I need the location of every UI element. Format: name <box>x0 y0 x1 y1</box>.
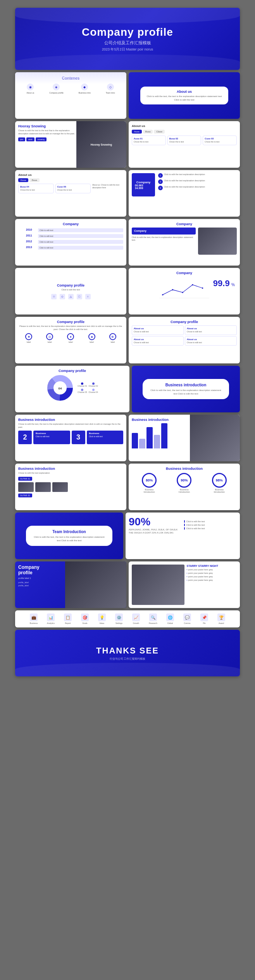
pc-card-text-2: Chose to edit text <box>187 330 235 333</box>
card-text-2: Chose the to text <box>169 141 200 143</box>
pi-icon-3: ♦ label <box>67 333 74 343</box>
starry-items: • point your paste here grey • point you… <box>187 568 237 581</box>
pi-label-1: label <box>27 341 31 343</box>
tab-ausa[interactable]: Ausa <box>132 130 142 134</box>
bar-2013: Click to edit text <box>38 246 123 250</box>
grid-label-6: Settings <box>115 622 122 624</box>
starry-item-1: • point your paste here grey <box>187 568 237 571</box>
about-cards-title: About us <box>132 124 237 128</box>
slide-row-8: Business introduction Chose to edit the … <box>15 415 240 461</box>
pi-text: Please to edit the text, the text is the… <box>18 325 123 331</box>
about-rounded-box: About us Click to edit the text, the tex… <box>140 87 228 104</box>
about-text: Click to edit the text, the text is the … <box>146 95 222 101</box>
pie-text-2: Choose 02 <box>89 385 98 387</box>
list-num-3: 3 <box>158 186 163 190</box>
building-tags: profile_label profile_label <box>18 581 65 587</box>
grid-icon-9: 🌐 Global <box>162 613 178 624</box>
tab-clase[interactable]: Clase <box>154 130 164 134</box>
pi-icon-4: ◈ label <box>88 333 95 343</box>
grid-label-9: Global <box>167 622 173 624</box>
svg-point-0 <box>162 294 163 295</box>
stat-item-3: Click to edit the text <box>184 527 237 530</box>
trending-icon: 📈 <box>132 613 140 621</box>
company-label: Company <box>136 181 150 184</box>
stat-right: Click to edit the text Click to edit the… <box>184 516 237 535</box>
timeline-title: Company <box>18 222 123 226</box>
circle-80-value: 80% <box>142 473 157 488</box>
pc-card-title-4: About us <box>187 338 235 341</box>
triangle-icon: △ <box>68 294 74 299</box>
grid-label-11: Pin <box>203 622 205 624</box>
contents-item-2: ◈ Company profile <box>49 83 63 94</box>
list-item-3: 3 Click to edit the text explanation des… <box>158 186 237 190</box>
biz-stats-tags-2: SUTAB 32 <box>18 493 123 497</box>
biz-nums-text: Chose to edit the text, the text is the … <box>18 423 123 429</box>
biz-nums-title: Business introduction <box>18 418 123 422</box>
slide-pie-chart: Company profile 04 Choose 01 Choose 02 <box>15 366 129 412</box>
grid-icon-11: 📌 Pin <box>196 613 212 624</box>
target-icon: ◎ <box>46 333 53 340</box>
tab-busa-2[interactable]: Busa <box>29 178 40 182</box>
wave-decor <box>15 72 126 84</box>
grid-icon-10: 💬 Comms <box>179 613 195 624</box>
biz-intro-text: Click to edit the text, the text is the … <box>150 389 221 395</box>
card-text-1: Chose the to text <box>134 141 164 143</box>
svg-text:04: 04 <box>59 387 62 390</box>
slide-about-blue: About us Click to edit the text, the tex… <box>129 72 240 119</box>
gem-icon: ♦ <box>67 333 74 340</box>
about-content-area: Busa 04 Chose the to text Cuse 05 Chose … <box>18 184 123 193</box>
team-rounded-box: Team Introduction Click to edit the text… <box>26 526 112 546</box>
tag-snowing[interactable]: snowing <box>36 137 47 141</box>
info-box-2: Business Click to edit text <box>87 431 124 444</box>
star-icon: ☆ <box>51 294 57 299</box>
building-title: Companyprofile <box>18 565 65 576</box>
svg-point-3 <box>192 284 193 285</box>
pc-card-2: About us Chose to edit text <box>185 325 237 335</box>
slide-row-7: Company profile 04 Choose 01 Choose 02 <box>15 366 240 412</box>
tab-dusa[interactable]: Dusa <box>18 178 28 182</box>
contents-item-1: ◉ About us <box>27 83 34 94</box>
slide-biz-circles: Business introduction 80% BusinessIntrod… <box>129 464 240 510</box>
tag-join[interactable]: join <box>18 137 25 141</box>
tab-busa[interactable]: Busa <box>143 130 153 134</box>
tag-sutab31[interactable]: SUTAB 31 <box>18 477 32 481</box>
profile-icon-3: △ <box>68 294 74 299</box>
grid-label-2: Analytics <box>47 622 55 624</box>
circle-90-value: 90% <box>177 473 191 488</box>
image-label: Hooray Snowing <box>91 143 112 146</box>
grid-label-8: Research <box>149 622 157 624</box>
about-cards-list: Ausa 01 Chose the to text Busa 02 Chose … <box>132 136 237 145</box>
card-cuse03: Cuse 03 Chose the to text <box>203 136 237 145</box>
grid-icon: ◈ <box>88 333 95 340</box>
starry-item-3: • point your paste here grey <box>187 575 237 578</box>
circle-98-value: 98% <box>212 473 227 488</box>
biz-stats-title: Business introduction <box>18 467 123 471</box>
grid-icon-8: 🔍 Research <box>145 613 161 624</box>
chart-title: Company <box>132 271 237 275</box>
pi-icon-5: ⊕ label <box>109 333 116 343</box>
svg-point-2 <box>182 292 183 293</box>
timeline: 2010 Click to edit text 2011 Click to ed… <box>18 228 123 250</box>
slide-line-chart: Company 99.9 % <box>129 268 240 315</box>
tag-adult[interactable]: adult <box>26 137 34 141</box>
stat-content: 90% ADFKJHAO, JOIWE, FKAJ, OIJLK, OF OIA… <box>129 516 237 535</box>
tag-sutab32[interactable]: SUTAB 32 <box>18 493 32 497</box>
list-text-3: Click to edit the text explanation descr… <box>164 186 205 188</box>
biz-icon: ◆ <box>81 83 88 90</box>
about-aside: About us: Chose to edit the text descrip… <box>92 184 123 193</box>
pi-label-5: label <box>111 341 115 343</box>
target-goal-icon: 🎯 <box>81 613 89 621</box>
pie-svg: 04 <box>47 374 74 401</box>
card-text-3: Chose the to text <box>205 141 235 143</box>
thanks-sub: 行业与公司 工作汇报简约模板 <box>110 657 146 661</box>
chart-content: 99.9 % <box>132 276 237 300</box>
settings-icon: ⚙️ <box>115 613 123 621</box>
hooray-tags: join adult snowing <box>18 137 76 141</box>
slide-profile-icons: Company profile Please to edit the text,… <box>15 317 126 363</box>
contents-item-3: ◆ Business intro <box>79 83 91 94</box>
card-cuse05: Cuse 05 Chose the to text <box>55 184 91 193</box>
pie-text-3: Choose 03 <box>78 391 87 393</box>
building-subtext: profile label 1 <box>18 577 65 579</box>
slide-biz-stats: Business introduction Chose to edit the … <box>15 464 126 510</box>
grid-label-7: Growth <box>133 622 139 624</box>
